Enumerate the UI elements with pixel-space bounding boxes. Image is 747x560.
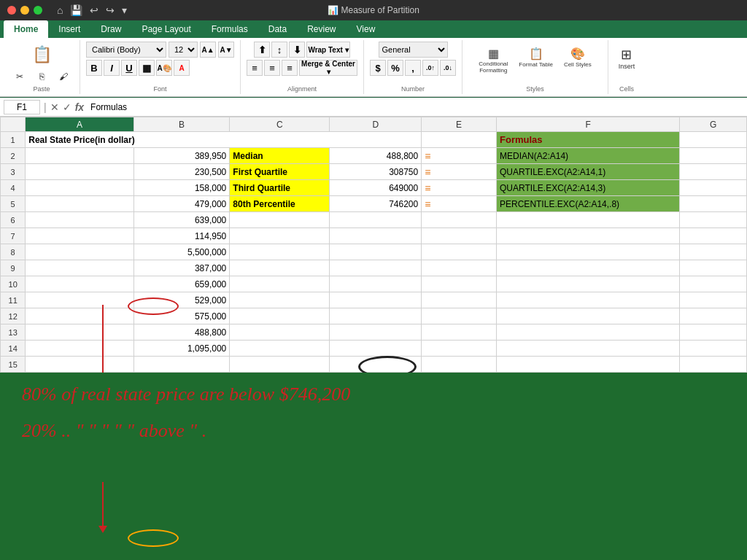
cell-g1[interactable] [680, 132, 747, 148]
number-format-select[interactable]: General [379, 42, 448, 58]
cell-c10[interactable] [230, 276, 330, 292]
cell-e14[interactable] [422, 341, 497, 357]
align-middle-btn[interactable]: ↕ [271, 42, 287, 58]
cell-b12[interactable]: 575,000 [133, 308, 229, 324]
cell-e4[interactable]: ≡ [422, 180, 497, 196]
cell-d2[interactable]: 488,800 [330, 148, 422, 164]
cell-g3[interactable] [680, 164, 747, 180]
home-icon[interactable]: ⌂ [57, 4, 63, 16]
cell-a6[interactable] [26, 212, 134, 228]
cell-g6[interactable] [680, 212, 747, 228]
cell-f9[interactable] [497, 260, 680, 276]
cell-d3[interactable]: 308750 [330, 164, 422, 180]
cell-a5[interactable] [26, 196, 134, 212]
cell-b2[interactable]: 389,950 [133, 148, 229, 164]
cell-c11[interactable] [230, 292, 330, 308]
fill-color-button[interactable]: A🎨 [156, 60, 172, 76]
cell-a11[interactable] [26, 292, 134, 308]
cell-d8[interactable] [330, 244, 422, 260]
cell-g7[interactable] [680, 228, 747, 244]
cell-f10[interactable] [497, 276, 680, 292]
cell-g5[interactable] [680, 196, 747, 212]
col-header-b[interactable]: B [133, 117, 229, 132]
cell-b7[interactable]: 114,950 [133, 228, 229, 244]
cell-b6[interactable]: 639,000 [133, 212, 229, 228]
col-header-c[interactable]: C [230, 117, 330, 132]
cell-d4[interactable]: 649000 [330, 180, 422, 196]
cell-e3[interactable]: ≡ [422, 164, 497, 180]
maximize-button[interactable] [34, 6, 42, 15]
cell-e1[interactable] [422, 132, 497, 148]
cell-c2[interactable]: Median [230, 148, 330, 164]
format-as-table-button[interactable]: 📋 Format Table [515, 44, 557, 81]
cell-e13[interactable] [422, 324, 497, 341]
tab-insert[interactable]: Insert [48, 20, 90, 38]
tab-review[interactable]: Review [297, 20, 346, 38]
col-header-e[interactable]: E [422, 117, 497, 132]
cell-d11[interactable] [330, 292, 422, 308]
cell-b8[interactable]: 5,500,000 [133, 244, 229, 260]
cell-g10[interactable] [680, 276, 747, 292]
undo-icon[interactable]: ↩ [90, 4, 98, 16]
cell-b13[interactable]: 488,800 [133, 324, 229, 341]
align-bottom-btn[interactable]: ⬇ [289, 42, 305, 58]
cell-a7[interactable] [26, 228, 134, 244]
cell-a9[interactable] [26, 260, 134, 276]
cell-e2[interactable]: ≡ [422, 148, 497, 164]
cell-e12[interactable] [422, 308, 497, 324]
cell-a2[interactable] [26, 148, 134, 164]
cell-c14[interactable] [230, 341, 330, 357]
cell-a10[interactable] [26, 276, 134, 292]
cell-f15[interactable] [497, 357, 680, 373]
col-header-f[interactable]: F [497, 117, 680, 132]
cell-d7[interactable] [330, 228, 422, 244]
wrap-text-btn[interactable]: Wrap Text ▾ [306, 42, 350, 58]
cell-d9[interactable] [330, 260, 422, 276]
cell-g12[interactable] [680, 308, 747, 324]
tab-page-layout[interactable]: Page Layout [131, 20, 201, 38]
cell-a15[interactable] [26, 357, 134, 373]
decrease-decimal-btn[interactable]: .0↓ [440, 60, 456, 76]
cell-styles-button[interactable]: 🎨 Cell Styles [560, 44, 595, 81]
cell-c3[interactable]: First Quartile [230, 164, 330, 180]
paste-button[interactable]: 📋 [28, 42, 55, 68]
conditional-formatting-button[interactable]: ▦ ConditionalFormatting [475, 44, 511, 81]
col-header-g[interactable]: G [680, 117, 747, 132]
currency-btn[interactable]: $ [370, 60, 386, 76]
cell-a3[interactable] [26, 164, 134, 180]
cell-e10[interactable] [422, 276, 497, 292]
cell-a14[interactable] [26, 341, 134, 357]
cell-e8[interactable] [422, 244, 497, 260]
merge-center-btn[interactable]: Merge & Center ▾ [299, 60, 357, 76]
cell-e9[interactable] [422, 260, 497, 276]
cell-b10[interactable]: 659,000 [133, 276, 229, 292]
font-size-select[interactable]: 12 [169, 42, 198, 58]
cell-g2[interactable] [680, 148, 747, 164]
close-button[interactable] [7, 6, 16, 15]
cell-b5[interactable]: 479,000 [133, 196, 229, 212]
cell-c9[interactable] [230, 260, 330, 276]
cell-b14[interactable]: 1,095,000 [133, 341, 229, 357]
decrease-font-btn[interactable]: A▼ [218, 42, 234, 58]
cell-f2[interactable]: MEDIAN(A2:A14) [497, 148, 680, 164]
align-right-btn[interactable]: ≡ [282, 60, 298, 76]
cell-d14[interactable] [330, 341, 422, 357]
redo-icon[interactable]: ↪ [106, 4, 115, 16]
cell-d5[interactable]: 746200 [330, 196, 422, 212]
cell-e7[interactable] [422, 228, 497, 244]
tab-formulas[interactable]: Formulas [201, 20, 258, 38]
col-header-d[interactable]: D [330, 117, 422, 132]
cell-d10[interactable] [330, 276, 422, 292]
font-family-select[interactable]: Calibri (Body) [86, 42, 166, 58]
cut-button[interactable]: ✂ [9, 69, 30, 84]
cell-d15[interactable] [330, 357, 422, 373]
cell-reference-input[interactable] [4, 100, 40, 114]
comma-btn[interactable]: , [405, 60, 421, 76]
insert-function-icon[interactable]: fx [75, 101, 84, 113]
cell-f13[interactable] [497, 324, 680, 341]
cell-c7[interactable] [230, 228, 330, 244]
align-center-btn[interactable]: ≡ [264, 60, 280, 76]
cell-e11[interactable] [422, 292, 497, 308]
cell-g11[interactable] [680, 292, 747, 308]
underline-button[interactable]: U [121, 60, 137, 76]
